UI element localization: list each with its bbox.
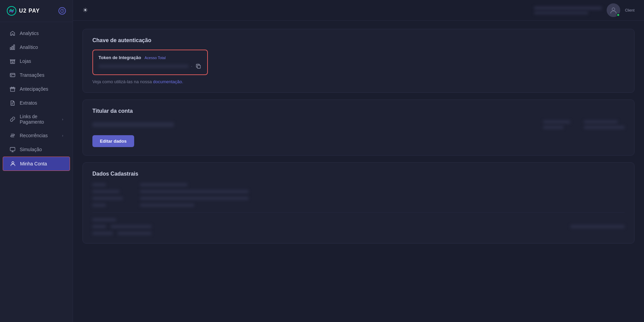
credit-card-icon [10, 72, 16, 78]
sidebar: U2 PAY Analytics [0, 0, 73, 322]
svg-rect-8 [10, 73, 15, 77]
online-indicator [616, 13, 620, 17]
meta-block-1 [543, 120, 570, 129]
logo-icon [7, 6, 16, 16]
sidebar-item-lojas-label: Lojas [20, 58, 31, 64]
token-label: Token de Integração [99, 55, 141, 60]
repeat-icon [10, 132, 16, 139]
dados-key-cpf [92, 183, 106, 186]
contact-val-1 [111, 225, 151, 228]
dados-val-razao [140, 190, 249, 193]
home-icon [10, 30, 16, 36]
svg-point-3 [62, 12, 62, 12]
contact-label [92, 218, 116, 221]
meta-block-2 [584, 120, 625, 129]
sidebar-item-extratos-label: Extratos [20, 100, 37, 106]
contact-key-2 [92, 232, 113, 235]
contact-title-row [92, 218, 625, 221]
sidebar-item-minha-conta[interactable]: Minha Conta [3, 157, 70, 171]
user-sub [534, 12, 588, 14]
sidebar-item-links-label: Links de Pagamento [20, 114, 58, 125]
user-name [534, 6, 602, 10]
logo-text: U2 PAY [19, 8, 40, 14]
sidebar-nav: Analytics Analítico Lojas [0, 22, 73, 322]
svg-rect-5 [12, 46, 13, 50]
dados-cadastrais-card: Dados Cadastrais [83, 162, 634, 244]
sidebar-item-links[interactable]: Links de Pagamento › [3, 110, 70, 128]
account-holder-title: Titular da conta [92, 108, 625, 114]
svg-point-0 [7, 6, 16, 15]
dados-key-razao [92, 190, 120, 193]
sidebar-item-analitico[interactable]: Analítico [3, 40, 70, 54]
dados-val-fantasia [140, 197, 249, 200]
holder-name [92, 122, 174, 127]
token-value [99, 65, 189, 68]
doc-text: Veja como utilizá-las na nossa documenta… [92, 79, 625, 84]
meta-line-2 [543, 126, 564, 129]
monitor-icon [10, 146, 16, 153]
account-holder-card: Titular da conta Editar dados [83, 100, 634, 156]
sidebar-item-simulacao[interactable]: Simulação [3, 143, 70, 156]
topbar: ☀ Client [73, 0, 644, 21]
sidebar-item-transacoes-label: Transações [20, 72, 44, 78]
holder-row [92, 120, 625, 129]
edit-data-button[interactable]: Editar dados [92, 135, 134, 147]
link-icon [10, 116, 16, 122]
sidebar-item-transacoes[interactable]: Transações [3, 68, 70, 82]
auth-key-title: Chave de autenticação [92, 37, 625, 43]
svg-rect-10 [11, 75, 12, 76]
sidebar-item-extratos[interactable]: Extratos [3, 96, 70, 110]
theme-toggle-icon[interactable]: ☀ [83, 6, 88, 14]
doc-link[interactable]: documentação. [153, 79, 183, 84]
contact-row-1 [92, 225, 625, 228]
dados-cadastrais-title: Dados Cadastrais [92, 171, 625, 177]
gift-icon [10, 86, 16, 92]
sidebar-item-antecipacoes[interactable]: Antecipações [3, 82, 70, 96]
copy-token-button[interactable] [195, 63, 202, 70]
svg-rect-20 [197, 65, 200, 68]
sidebar-item-recorrencias-label: Recorrências [20, 133, 48, 138]
page-content: Chave de autenticação Token de Integraçã… [73, 21, 644, 252]
topbar-left: ☀ [83, 6, 88, 14]
sidebar-logo: U2 PAY [0, 0, 73, 22]
svg-rect-6 [14, 45, 15, 50]
contact-val-2 [118, 232, 151, 235]
contact-val-right [570, 225, 625, 228]
dados-val-cpf [140, 183, 187, 186]
dados-val-cnpj [140, 203, 194, 207]
user-info [534, 6, 602, 14]
token-separator: · [191, 64, 192, 69]
sidebar-item-recorrencias[interactable]: Recorrências › [3, 129, 70, 142]
contact-grid [92, 218, 625, 235]
sidebar-item-analitico-label: Analítico [20, 44, 38, 50]
section-divider [92, 212, 625, 213]
store-icon [10, 58, 16, 64]
main-content: ☀ Client Chave [73, 0, 644, 322]
svg-rect-4 [10, 48, 11, 50]
svg-point-18 [12, 162, 14, 164]
svg-rect-11 [11, 89, 15, 91]
avatar-wrapper[interactable] [607, 3, 620, 17]
contact-row-2 [92, 232, 625, 235]
dados-grid [92, 183, 625, 207]
token-value-row: · [99, 63, 202, 70]
meta-line-4 [584, 126, 625, 129]
user-icon [10, 161, 16, 167]
topbar-right: Client [534, 3, 634, 17]
dados-key-cnpj [92, 203, 106, 207]
meta-line-1 [543, 120, 570, 124]
meta-line-3 [584, 120, 618, 124]
svg-rect-15 [10, 147, 15, 151]
sidebar-item-antecipacoes-label: Antecipações [20, 86, 48, 92]
sidebar-item-analytics[interactable]: Analytics [3, 26, 70, 40]
sidebar-item-analytics-label: Analytics [20, 31, 39, 36]
sidebar-item-simulacao-label: Simulação [20, 147, 42, 152]
contact-key-1 [92, 225, 106, 228]
token-box-header: Token de Integração Acesso Total [99, 55, 202, 60]
sidebar-item-lojas[interactable]: Lojas [3, 54, 70, 68]
notification-icon[interactable] [58, 7, 66, 15]
token-box: Token de Integração Acesso Total · [92, 50, 208, 75]
auth-key-card: Chave de autenticação Token de Integraçã… [83, 29, 634, 93]
chevron-right-icon: › [62, 118, 63, 121]
client-label: Client [625, 8, 634, 12]
